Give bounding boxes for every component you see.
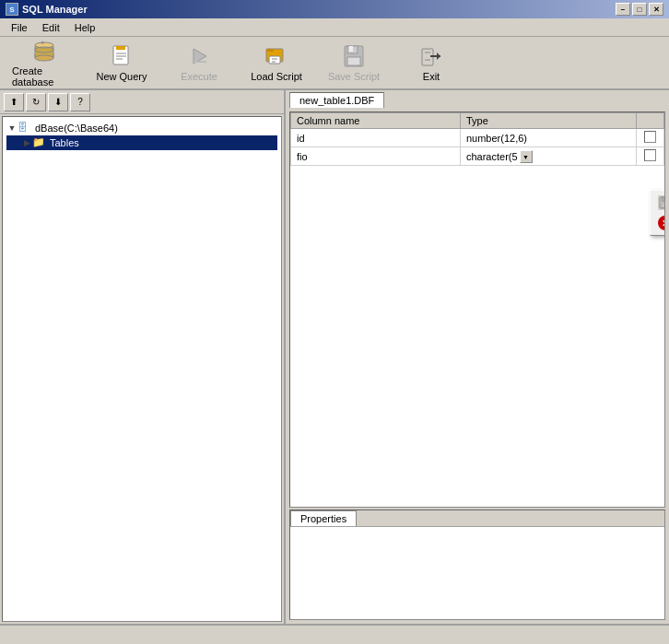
right-panel: new_table1.DBF Column name Type id numbe… xyxy=(286,90,669,624)
execute-button[interactable]: Execute xyxy=(162,40,236,86)
dropdown-arrow-icon[interactable]: ▼ xyxy=(520,150,533,163)
row-fio-type[interactable]: character(5 ▼ xyxy=(460,147,636,166)
row-fio-name[interactable]: fio xyxy=(291,147,461,166)
expand-icon: ▼ xyxy=(6,123,18,133)
svg-rect-15 xyxy=(266,49,274,52)
svg-point-5 xyxy=(35,55,53,61)
col-header-extra xyxy=(637,113,664,129)
tree-area: ▼ 🗄 dBase(C:\Base64) ▶ 📁 Tables xyxy=(2,116,282,622)
menu-help[interactable]: Help xyxy=(67,20,103,35)
database-label: dBase(C:\Base64) xyxy=(35,123,118,134)
doc-tab-bar: new_table1.DBF xyxy=(286,90,669,108)
table-row: id number(12,6) xyxy=(291,129,664,147)
menu-file[interactable]: File xyxy=(4,20,35,35)
menu-edit[interactable]: Edit xyxy=(35,20,67,35)
svg-rect-30 xyxy=(662,204,665,207)
title-bar: S SQL Manager − □ ✕ xyxy=(0,0,669,18)
context-menu-save[interactable]: Save "new_table1.DBF" xyxy=(651,193,665,213)
checkbox-fio[interactable] xyxy=(644,149,656,161)
down-button[interactable]: ⬇ xyxy=(48,93,68,111)
minimize-button[interactable]: − xyxy=(616,3,630,16)
svg-rect-21 xyxy=(349,46,353,52)
close-button[interactable]: ✕ xyxy=(649,3,663,16)
save-script-icon xyxy=(339,43,369,69)
exit-label: Exit xyxy=(423,71,440,82)
menu-bar: File Edit Help xyxy=(0,18,669,37)
doc-tab-label: new_table1.DBF xyxy=(299,95,374,106)
svg-rect-22 xyxy=(347,57,360,65)
col-header-name: Column name xyxy=(291,113,461,129)
folder-icon: 📁 xyxy=(32,136,47,149)
row-id-type[interactable]: number(12,6) xyxy=(460,129,636,147)
new-query-button[interactable]: New Query xyxy=(85,40,158,86)
tables-label: Tables xyxy=(50,137,79,148)
doc-tab-new-table1[interactable]: new_table1.DBF xyxy=(289,92,384,108)
up-button[interactable]: ⬆ xyxy=(4,93,24,111)
properties-tab[interactable]: Properties xyxy=(290,510,357,526)
context-menu-close[interactable]: ✕ Close "new_table1.DBF" xyxy=(651,213,665,233)
svg-text:+: + xyxy=(41,40,44,46)
left-panel: ⬆ ↻ ⬇ ? ▼ 🗄 dBase(C:\Base64) ▶ 📁 Tables xyxy=(0,90,286,624)
database-icon: 🗄 xyxy=(18,122,32,135)
expand-icon-tables: ▶ xyxy=(21,138,32,147)
exit-icon xyxy=(417,43,446,69)
create-database-button[interactable]: + Create database xyxy=(7,40,81,86)
properties-content xyxy=(290,527,664,619)
help-button[interactable]: ? xyxy=(70,93,90,111)
properties-panel: Properties xyxy=(289,509,665,620)
status-bar xyxy=(0,624,669,644)
columns-table: Column name Type id number(12,6) fio xyxy=(290,112,664,166)
svg-rect-29 xyxy=(662,197,665,202)
svg-marker-25 xyxy=(437,53,440,60)
new-query-label: New Query xyxy=(96,71,147,82)
close-icon: ✕ xyxy=(658,216,665,230)
execute-icon xyxy=(184,43,214,69)
svg-rect-8 xyxy=(116,46,125,50)
svg-rect-16 xyxy=(269,56,280,64)
row-fio-check[interactable] xyxy=(637,147,664,166)
new-query-icon xyxy=(107,43,136,69)
row-id-check[interactable] xyxy=(637,129,664,147)
checkbox-id[interactable] xyxy=(644,131,656,143)
context-menu: Save "new_table1.DBF" ✕ Close "new_table… xyxy=(650,190,665,236)
properties-tab-bar: Properties xyxy=(290,510,664,527)
row-id-name[interactable]: id xyxy=(291,129,461,147)
create-database-icon: + xyxy=(29,38,59,64)
table-row: fio character(5 ▼ xyxy=(291,147,664,166)
load-script-label: Load Script xyxy=(251,71,302,82)
maximize-button[interactable]: □ xyxy=(632,3,647,16)
app-title: SQL Manager xyxy=(22,4,88,15)
col-header-type: Type xyxy=(460,113,636,129)
tree-item-tables[interactable]: ▶ 📁 Tables xyxy=(6,135,277,150)
toolbar: + Create database New Query Execute xyxy=(0,37,669,90)
table-area: Column name Type id number(12,6) fio xyxy=(289,111,665,508)
main-area: ⬆ ↻ ⬇ ? ▼ 🗄 dBase(C:\Base64) ▶ 📁 Tables xyxy=(0,90,669,624)
load-script-icon xyxy=(262,43,291,69)
execute-label: Execute xyxy=(181,71,217,82)
save-icon xyxy=(658,195,665,210)
exit-button[interactable]: Exit xyxy=(394,40,468,86)
app-icon: S xyxy=(6,3,18,16)
row-fio-type-text: character(5 xyxy=(466,151,518,162)
create-database-label: Create database xyxy=(12,65,76,88)
properties-tab-label: Properties xyxy=(300,513,346,524)
load-script-button[interactable]: Load Script xyxy=(240,40,313,86)
save-script-button[interactable]: Save Script xyxy=(317,40,391,86)
refresh-button[interactable]: ↻ xyxy=(26,93,46,111)
save-script-label: Save Script xyxy=(328,71,380,82)
tree-item-database[interactable]: ▼ 🗄 dBase(C:\Base64) xyxy=(6,121,277,135)
left-toolbar: ⬆ ↻ ⬇ ? xyxy=(0,90,284,114)
